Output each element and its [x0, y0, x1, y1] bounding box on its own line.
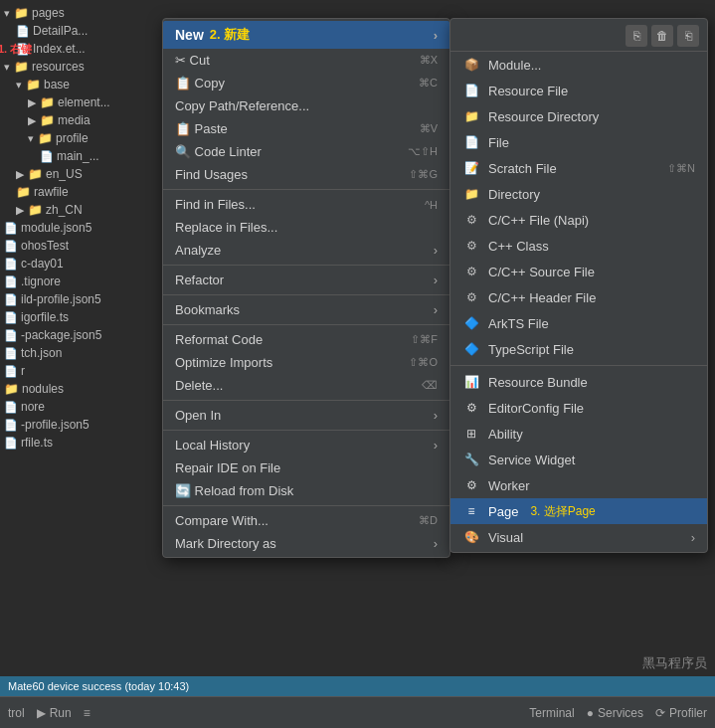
- scratch-file-icon: 📝: [462, 159, 480, 177]
- menu-repair-ide[interactable]: Repair IDE on File: [163, 456, 449, 479]
- tree-cday01[interactable]: 📄 c-day01: [0, 255, 159, 273]
- menu-find-in-files[interactable]: Find in Files... ^H: [163, 193, 449, 216]
- menu-reload-disk[interactable]: 🔄 Reload from Disk: [163, 479, 449, 502]
- submenu-typescript[interactable]: 🔷 TypeScript File: [450, 336, 707, 362]
- bottom-run[interactable]: ▶ Run: [37, 706, 72, 720]
- menu-bookmarks[interactable]: Bookmarks ›: [163, 298, 449, 321]
- menu-local-history[interactable]: Local History ›: [163, 434, 449, 456]
- tree-nodules[interactable]: 📁 nodules: [0, 380, 159, 398]
- submenu-ability[interactable]: ⊞ Ability: [450, 421, 707, 447]
- menu-paste[interactable]: 📋 Paste ⌘V: [163, 117, 449, 140]
- menu-open-in[interactable]: Open In ›: [163, 404, 449, 427]
- submenu-scratch-file[interactable]: 📝 Scratch File ⇧⌘N: [450, 155, 707, 181]
- tree-nore[interactable]: 📄 nore: [0, 398, 159, 416]
- menu-delete[interactable]: Delete... ⌫: [163, 374, 449, 397]
- tree-tchjson[interactable]: 📄 tch.json: [0, 344, 159, 362]
- menu-copy[interactable]: 📋 Copy ⌘C: [163, 72, 449, 94]
- menu-mark-directory[interactable]: Mark Directory as ›: [163, 532, 449, 555]
- bottom-bar: trol ▶ Run ≡ Terminal ● Services ⟳ Profi…: [0, 696, 715, 728]
- tree-r[interactable]: 📄 r: [0, 362, 159, 380]
- menu-refactor[interactable]: Refactor ›: [163, 269, 449, 291]
- sep1: [163, 189, 449, 190]
- bottom-list[interactable]: ≡: [84, 706, 90, 720]
- module-icon: 📦: [462, 56, 480, 74]
- tree-rfilts[interactable]: 📄 rfile.ts: [0, 434, 159, 452]
- folder-open-icon: ▾: [4, 7, 10, 20]
- submenu-resource-file[interactable]: 📄 Resource File: [450, 78, 707, 103]
- tree-profile2[interactable]: 📄 -profile.json5: [0, 416, 159, 434]
- tree-buildprofile[interactable]: 📄 ild-profile.json5: [0, 290, 159, 308]
- menu-replace-in-files[interactable]: Replace in Files...: [163, 216, 449, 239]
- menu-copy-path[interactable]: Copy Path/Reference...: [163, 94, 449, 117]
- tree-ohostest[interactable]: 📄 ohosTest: [0, 237, 159, 255]
- menu-analyze[interactable]: Analyze ›: [163, 239, 449, 262]
- resource-dir-icon: 📁: [462, 107, 480, 125]
- tree-indexet[interactable]: 📄 Index.et... 1. 右键: [0, 40, 159, 58]
- profiler-icon: ⟳: [655, 706, 665, 720]
- submenu-cpp-header[interactable]: ⚙ C/C++ Header File: [450, 284, 707, 310]
- arkts-icon: 🔷: [462, 314, 480, 332]
- resource-file-icon: 📄: [462, 82, 480, 99]
- menu-optimize[interactable]: Optimize Imports ⇧⌘O: [163, 351, 449, 374]
- tree-tignore[interactable]: 📄 .tignore: [0, 273, 159, 290]
- sep2: [163, 265, 449, 266]
- tree-detailpa[interactable]: 📄 DetailPa...: [0, 22, 159, 40]
- tree-element[interactable]: ▶ 📁 element...: [0, 93, 159, 111]
- submenu-visual[interactable]: 🎨 Visual ›: [450, 524, 707, 550]
- menu-compare-with[interactable]: Compare With... ⌘D: [163, 509, 449, 532]
- submenu-resource-bundle[interactable]: 📊 Resource Bundle: [450, 369, 707, 395]
- tree-profile[interactable]: ▾ 📁 profile: [0, 129, 159, 147]
- ability-icon: ⊞: [462, 425, 480, 443]
- tree-packagejson[interactable]: 📄 -package.json5: [0, 326, 159, 344]
- tree-igorfile[interactable]: 📄 igorfile.ts: [0, 308, 159, 326]
- submenu-cpp-napi[interactable]: ⚙ C/C++ File (Napi): [450, 207, 707, 233]
- tree-rawfile[interactable]: 📁 rawfile: [0, 183, 159, 201]
- tree-base[interactable]: ▾ 📁 base: [0, 76, 159, 93]
- local-history-arrow: ›: [434, 438, 438, 453]
- sep6: [163, 430, 449, 431]
- submenu-cpp-class[interactable]: ⚙ C++ Class: [450, 233, 707, 259]
- tree-media[interactable]: ▶ 📁 media: [0, 111, 159, 129]
- submenu-resource-dir[interactable]: 📁 Resource Directory: [450, 103, 707, 129]
- cpp-source-icon: ⚙: [462, 263, 480, 280]
- submenu-btn-copy[interactable]: ⎗: [677, 25, 699, 47]
- bottom-trol[interactable]: trol: [8, 706, 25, 720]
- submenu-cpp-source[interactable]: ⚙ C/C++ Source File: [450, 259, 707, 284]
- submenu-module[interactable]: 📦 Module...: [450, 52, 707, 78]
- watermark: 黑马程序员: [642, 654, 707, 672]
- bottom-terminal[interactable]: Terminal: [529, 706, 574, 720]
- menu-find-usages[interactable]: Find Usages ⇧⌘G: [163, 163, 449, 186]
- sep7: [163, 505, 449, 506]
- bottom-profiler[interactable]: ⟳ Profiler: [655, 706, 707, 720]
- submenu-arkts[interactable]: 🔷 ArkTS File: [450, 310, 707, 336]
- tree-zhcn[interactable]: ▶ 📁 zh_CN: [0, 201, 159, 219]
- submenu-btn-delete[interactable]: 🗑: [651, 25, 673, 47]
- submenu-page[interactable]: ≡ Page 3. 选择Page: [450, 498, 707, 524]
- sep5: [163, 400, 449, 401]
- cpp-class-icon: ⚙: [462, 237, 480, 255]
- menu-header-new: New 2. 新建 ›: [163, 21, 449, 49]
- menu-new-label: New: [175, 27, 204, 43]
- submenu-directory[interactable]: 📁 Directory: [450, 181, 707, 207]
- tree-resources[interactable]: ▾ 📁 resources: [0, 58, 159, 76]
- submenu-editorconfig[interactable]: ⚙ EditorConfig File: [450, 395, 707, 421]
- bottom-services[interactable]: ● Services: [587, 706, 643, 720]
- menu-code-linter[interactable]: 🔍 Code Linter ⌥⇧H: [163, 140, 449, 163]
- tree-main[interactable]: 📄 main_...: [0, 147, 159, 165]
- run-icon: ▶: [37, 706, 46, 720]
- submenu-service-widget[interactable]: 🔧 Service Widget: [450, 447, 707, 472]
- submenu-worker[interactable]: ⚙ Worker: [450, 472, 707, 498]
- menu-reformat[interactable]: Reformat Code ⇧⌘F: [163, 328, 449, 351]
- submenu-btn-expand[interactable]: ⎘: [626, 25, 647, 47]
- refactor-arrow: ›: [434, 273, 438, 287]
- tree-modulejson[interactable]: 📄 module.json5: [0, 219, 159, 237]
- menu-cut[interactable]: ✂ Cut ⌘X: [163, 49, 449, 72]
- submenu-file[interactable]: 📄 File: [450, 129, 707, 155]
- directory-icon: 📁: [462, 185, 480, 203]
- typescript-icon: 🔷: [462, 340, 480, 358]
- tree-pages[interactable]: ▾ 📁 pages: [0, 4, 159, 22]
- sep4: [163, 324, 449, 325]
- tree-enus[interactable]: ▶ 📁 en_US: [0, 165, 159, 183]
- page-badge: 3. 选择Page: [530, 503, 595, 520]
- status-bar: Mate60 device success (today 10:43): [0, 676, 715, 696]
